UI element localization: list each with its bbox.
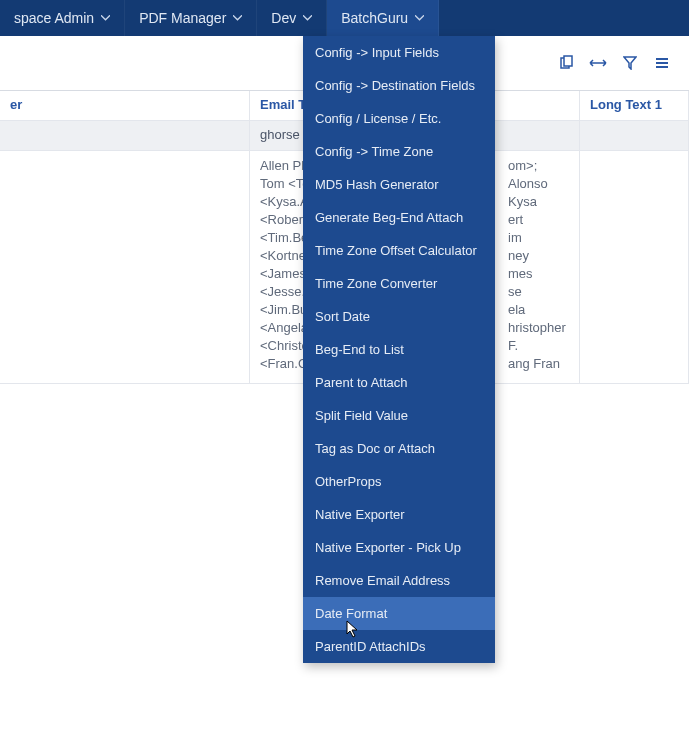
svg-rect-1 [564,56,572,66]
dropdown-item[interactable]: Config -> Input Fields [303,36,495,69]
menu-dots-icon[interactable] [653,54,671,72]
toolbar-icons [557,54,671,72]
batchguru-dropdown: Config -> Input Fields Config -> Destina… [303,36,495,663]
dropdown-item[interactable]: Parent to Attach [303,366,495,399]
dropdown-item[interactable]: Config -> Time Zone [303,135,495,168]
dropdown-item[interactable]: Time Zone Converter [303,267,495,300]
dropdown-item[interactable]: ParentID AttachIDs [303,630,495,663]
dropdown-item[interactable]: Sort Date [303,300,495,333]
table-cell [580,121,689,150]
chevron-down-icon [414,13,424,23]
dropdown-item[interactable]: Tag as Doc or Attach [303,432,495,465]
swap-icon[interactable] [589,54,607,72]
menu-batchguru[interactable]: BatchGuru [327,0,439,36]
dropdown-item[interactable]: Generate Beg-End Attach [303,201,495,234]
dropdown-item[interactable]: Config / License / Etc. [303,102,495,135]
dropdown-item-date-format[interactable]: Date Format [303,597,495,630]
dropdown-item[interactable]: Native Exporter [303,498,495,531]
dropdown-item[interactable]: Split Field Value [303,399,495,432]
chevron-down-icon [100,13,110,23]
dropdown-item[interactable]: Native Exporter - Pick Up [303,531,495,564]
menu-space-admin[interactable]: space Admin [0,0,125,36]
dropdown-item[interactable]: MD5 Hash Generator [303,168,495,201]
menu-dev[interactable]: Dev [257,0,327,36]
table-cell [0,151,250,383]
menu-pdf-manager[interactable]: PDF Manager [125,0,257,36]
dropdown-item[interactable]: Config -> Destination Fields [303,69,495,102]
menubar: space Admin PDF Manager Dev BatchGuru [0,0,689,36]
dropdown-item[interactable]: Time Zone Offset Calculator [303,234,495,267]
menu-label: space Admin [14,10,94,26]
menu-label: Dev [271,10,296,26]
chevron-down-icon [232,13,242,23]
filter-icon[interactable] [621,54,639,72]
copy-icon[interactable] [557,54,575,72]
column-header-long-text[interactable]: Long Text 1 [580,91,689,120]
table-cell [580,151,689,383]
dropdown-item[interactable]: Beg-End to List [303,333,495,366]
svg-rect-4 [656,66,668,68]
menu-label: BatchGuru [341,10,408,26]
svg-rect-2 [656,58,668,60]
menu-label: PDF Manager [139,10,226,26]
table-cell [0,121,250,150]
svg-rect-3 [656,62,668,64]
column-header[interactable]: er [0,91,250,120]
chevron-down-icon [302,13,312,23]
dropdown-item[interactable]: OtherProps [303,465,495,498]
dropdown-item[interactable]: Remove Email Address [303,564,495,597]
